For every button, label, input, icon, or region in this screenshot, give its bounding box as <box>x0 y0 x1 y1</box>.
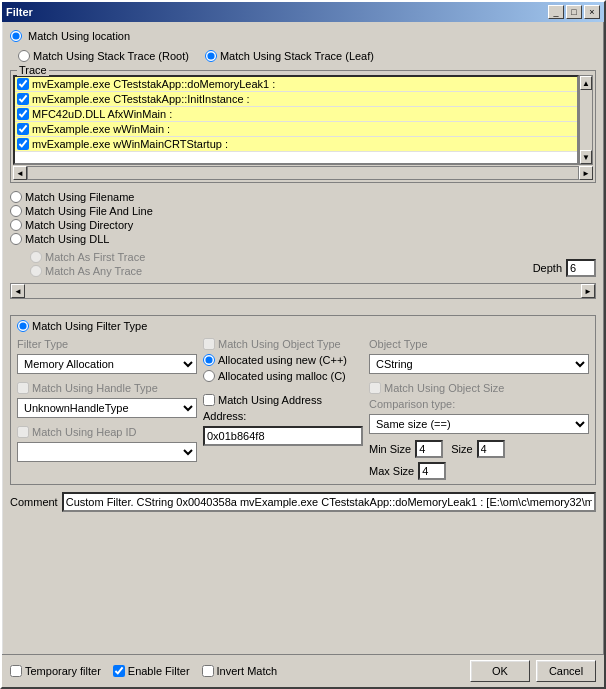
filter-type-label: Filter Type <box>17 338 197 350</box>
bottom-left: Temporary filter Enable Filter Invert Ma… <box>10 665 277 677</box>
invert-match-checkbox-label[interactable]: Invert Match <box>202 665 278 677</box>
comment-input[interactable] <box>62 492 596 512</box>
match-dll-label[interactable]: Match Using DLL <box>10 233 153 245</box>
scroll-up-btn[interactable]: ▲ <box>580 76 592 90</box>
temp-filter-checkbox[interactable] <box>10 665 22 677</box>
cancel-button[interactable]: Cancel <box>536 660 596 682</box>
size-input[interactable] <box>477 440 505 458</box>
close-button[interactable]: × <box>584 5 600 19</box>
maximize-button[interactable]: □ <box>566 5 582 19</box>
trace-checkbox-5[interactable] <box>17 138 29 150</box>
address-input[interactable] <box>203 426 363 446</box>
min-size-label: Min Size <box>369 443 411 455</box>
match-heap-id-checkbox[interactable]: Match Using Heap ID <box>17 426 197 438</box>
trace-checkbox-4[interactable] <box>17 123 29 135</box>
handle-type-select[interactable]: UnknownHandleType <box>17 398 197 418</box>
enable-filter-checkbox[interactable] <box>113 665 125 677</box>
main-hscroll[interactable]: ◄ ► <box>10 283 596 299</box>
match-handle-type-checkbox[interactable]: Match Using Handle Type <box>17 382 197 394</box>
match-object-type-input[interactable] <box>203 338 215 350</box>
bottom-bar: Temporary filter Enable Filter Invert Ma… <box>2 654 604 687</box>
trace-item-5[interactable]: mvExample.exe wWinMainCRTStartup : <box>15 137 577 152</box>
match-address-input[interactable] <box>203 394 215 406</box>
match-location-radio[interactable] <box>10 30 22 42</box>
hscroll-left-btn[interactable]: ◄ <box>13 166 27 180</box>
heap-id-combo-wrapper <box>17 442 197 462</box>
match-filename-label[interactable]: Match Using Filename <box>10 191 153 203</box>
match-location-label[interactable]: Match Using location <box>28 30 130 42</box>
depth-input[interactable] <box>566 259 596 277</box>
max-size-row: Max Size <box>369 462 589 480</box>
heap-id-select[interactable] <box>17 442 197 462</box>
match-dll-radio[interactable] <box>10 233 22 245</box>
memory-alloc-section: Match Using Filter Type Filter Type Memo… <box>10 315 596 485</box>
match-stack-row: Match Using Stack Trace (Root) Match Usi… <box>18 50 596 62</box>
match-stack-root-label[interactable]: Match Using Stack Trace (Root) <box>18 50 189 62</box>
match-address-checkbox[interactable]: Match Using Address <box>203 394 363 406</box>
match-file-line-radio[interactable] <box>10 205 22 217</box>
filter-type-combo-wrapper: Memory Allocation <box>17 354 197 374</box>
three-columns: Filter Type Memory Allocation Match Usin… <box>17 338 589 480</box>
right-col: Object Type CString Match Using Object S… <box>369 338 589 480</box>
match-first-trace-radio[interactable] <box>30 251 42 263</box>
match-handle-type-input[interactable] <box>17 382 29 394</box>
match-object-type-checkbox[interactable]: Match Using Object Type <box>203 338 363 350</box>
trace-scrollbar[interactable]: ▲ ▼ <box>579 75 593 165</box>
match-directory-label[interactable]: Match Using Directory <box>10 219 153 231</box>
trace-checkbox-3[interactable] <box>17 108 29 120</box>
alloc-malloc-label[interactable]: Allocated using malloc (C) <box>203 370 363 382</box>
match-stack-root-radio[interactable] <box>18 50 30 62</box>
hscroll-right-btn[interactable]: ► <box>579 166 593 180</box>
max-size-input[interactable] <box>418 462 446 480</box>
temp-filter-checkbox-label[interactable]: Temporary filter <box>10 665 101 677</box>
enable-filter-checkbox-label[interactable]: Enable Filter <box>113 665 190 677</box>
minimize-button[interactable]: _ <box>548 5 564 19</box>
spacer <box>10 305 596 311</box>
comparison-type-select[interactable]: Same size (==) <box>369 414 589 434</box>
trace-text-1: mvExample.exe CTeststakApp::doMemoryLeak… <box>32 78 275 90</box>
title-bar: Filter _ □ × <box>2 2 604 22</box>
match-location-row: Match Using location <box>10 30 596 42</box>
match-filename-radio[interactable] <box>10 191 22 203</box>
trace-item-4[interactable]: mvExample.exe wWinMain : <box>15 122 577 137</box>
match-heap-id-input[interactable] <box>17 426 29 438</box>
match-stack-leaf-label[interactable]: Match Using Stack Trace (Leaf) <box>205 50 374 62</box>
match-any-trace-radio[interactable] <box>30 265 42 277</box>
trace-hscroll[interactable]: ◄ ► <box>13 166 593 180</box>
match-filter-type-checkbox-label[interactable]: Match Using Filter Type <box>17 320 147 332</box>
object-type-select[interactable]: CString <box>369 354 589 374</box>
filter-type-select[interactable]: Memory Allocation <box>17 354 197 374</box>
trace-checkbox-2[interactable] <box>17 93 29 105</box>
alloc-new-label[interactable]: Allocated using new (C++) <box>203 354 363 366</box>
enable-filter-label: Enable Filter <box>128 665 190 677</box>
trace-item-3[interactable]: MFC42uD.DLL AfxWinMain : <box>15 107 577 122</box>
match-filter-type-row: Match Using Filter Type <box>17 320 589 332</box>
trace-text-2: mvExample.exe CTeststakApp::InitInstance… <box>32 93 250 105</box>
match-type-options: Match Using Filename Match Using File An… <box>10 191 596 245</box>
invert-match-checkbox[interactable] <box>202 665 214 677</box>
match-any-trace-label[interactable]: Match As Any Trace <box>30 265 145 277</box>
match-stack-leaf-radio[interactable] <box>205 50 217 62</box>
scroll-down-btn[interactable]: ▼ <box>580 150 592 164</box>
trace-item-1[interactable]: mvExample.exe CTeststakApp::doMemoryLeak… <box>15 77 577 92</box>
min-size-input[interactable] <box>415 440 443 458</box>
filter-window: Filter _ □ × Match Using location Match … <box>0 0 606 689</box>
alloc-malloc-radio[interactable] <box>203 370 215 382</box>
main-hscroll-right[interactable]: ► <box>581 284 595 298</box>
ok-button[interactable]: OK <box>470 660 530 682</box>
match-object-size-checkbox[interactable]: Match Using Object Size <box>369 382 589 394</box>
match-directory-radio[interactable] <box>10 219 22 231</box>
main-hscroll-left[interactable]: ◄ <box>11 284 25 298</box>
temp-filter-label: Temporary filter <box>25 665 101 677</box>
match-object-size-input[interactable] <box>369 382 381 394</box>
trace-text-5: mvExample.exe wWinMainCRTStartup : <box>32 138 228 150</box>
trace-checkbox-1[interactable] <box>17 78 29 90</box>
trace-item-2[interactable]: mvExample.exe CTeststakApp::InitInstance… <box>15 92 577 107</box>
title-bar-buttons: _ □ × <box>548 5 600 19</box>
match-filter-type-radio[interactable] <box>17 320 29 332</box>
trace-list[interactable]: mvExample.exe CTeststakApp::doMemoryLeak… <box>13 75 579 165</box>
match-first-trace-label[interactable]: Match As First Trace <box>30 251 145 263</box>
size-label: Size <box>451 443 472 455</box>
alloc-new-radio[interactable] <box>203 354 215 366</box>
match-file-line-label[interactable]: Match Using File And Line <box>10 205 153 217</box>
